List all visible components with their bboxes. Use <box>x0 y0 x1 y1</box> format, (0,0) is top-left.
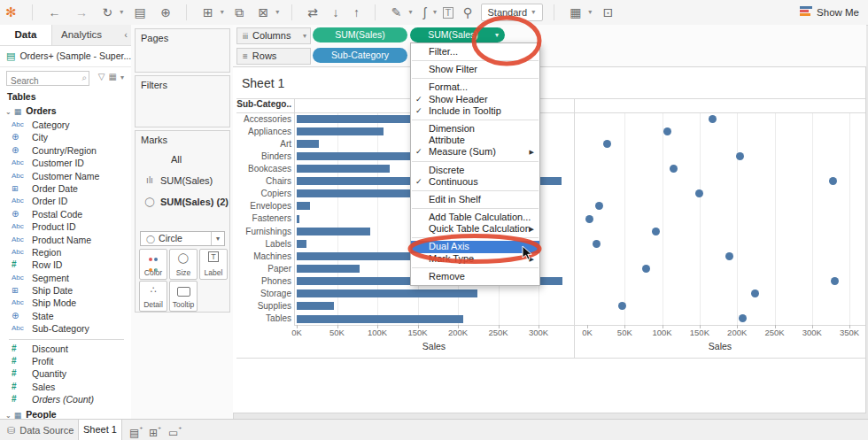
search-input[interactable] <box>7 74 76 87</box>
menu-item-continuous[interactable]: ✓Continuous <box>411 176 539 188</box>
pill-sum-sales-2[interactable]: SUM(Sales)▾ <box>410 27 505 42</box>
highlight-icon[interactable]: ✎ <box>386 0 407 25</box>
pages-shelf[interactable]: Pages <box>135 28 230 73</box>
expand-table-icon[interactable]: ⌄ <box>0 412 14 419</box>
menu-item-include-in-tooltip[interactable]: ✓Include in Tooltip <box>411 105 539 117</box>
dot-phones[interactable] <box>831 277 839 285</box>
row-label-machines[interactable]: Machines <box>236 251 291 261</box>
row-label-furnishings[interactable]: Furnishings <box>236 227 291 236</box>
detail-button[interactable]: ∴ Detail <box>139 281 167 312</box>
menu-item-edit-in-shelf[interactable]: Edit in Shelf <box>411 194 539 205</box>
menu-item-show-header[interactable]: ✓Show Header <box>411 94 539 105</box>
row-label-fasteners[interactable]: Fasteners <box>236 213 291 223</box>
field-state[interactable]: ⊕State <box>0 310 131 322</box>
view-caret-icon[interactable]: ▾ <box>119 73 126 81</box>
new-worksheet-tab-icon[interactable]: ▤⁺ <box>129 420 143 440</box>
field-row-id[interactable]: #Row ID <box>0 259 131 271</box>
tab-analytics[interactable]: Analytics <box>51 25 112 45</box>
row-label-accessories[interactable]: Accessories <box>236 114 291 124</box>
mark-type-caret-icon[interactable]: ▾ <box>211 232 224 245</box>
color-button[interactable]: Color <box>139 249 167 280</box>
menu-item-add-table-calculation[interactable]: Add Table Calculation... <box>411 212 539 223</box>
show-mark-labels-icon[interactable]: T <box>443 7 454 19</box>
row-label-paper[interactable]: Paper <box>236 264 291 274</box>
menu-item-measure-sum[interactable]: ✓Measure (Sum)▶ <box>411 146 539 158</box>
menu-item-discrete[interactable]: Discrete <box>411 165 539 176</box>
bar-labels[interactable] <box>297 240 306 248</box>
tableau-logo-icon[interactable]: ✻ <box>0 0 22 25</box>
field-order-id[interactable]: AbcOrder ID <box>0 195 131 207</box>
clear-sheet-icon[interactable]: ⊠ <box>253 0 275 25</box>
menu-item-quick-table-calculation[interactable]: Quick Table Calculation▶ <box>411 223 539 235</box>
menu-item-show-filter[interactable]: Show Filter <box>411 64 539 75</box>
add-data-icon[interactable]: ⊕ <box>155 0 176 25</box>
axis-title-sales[interactable]: Sales <box>407 341 461 351</box>
new-worksheet-icon[interactable]: ⊞ <box>198 0 219 25</box>
presentation-mode-icon[interactable]: ⊡ <box>598 0 619 25</box>
axis-title-sales[interactable]: Sales <box>694 341 747 351</box>
pill-sum-sales[interactable]: SUM(Sales) <box>313 27 407 42</box>
bar-storage[interactable] <box>297 289 477 297</box>
menu-item-remove[interactable]: Remove <box>411 271 539 282</box>
mark-type-dropdown[interactable]: ◯Circle ▾ <box>140 231 225 246</box>
row-label-envelopes[interactable]: Envelopes <box>236 201 291 211</box>
field-country-region[interactable]: ⊕Country/Region <box>0 144 131 157</box>
dot-paper[interactable] <box>642 265 650 273</box>
fix-axes-icon[interactable]: ⚲ <box>458 0 477 25</box>
bar-furnishings[interactable] <box>297 228 370 235</box>
collapse-table-icon[interactable]: ⌄ <box>0 108 14 116</box>
row-label-storage[interactable]: Storage <box>236 289 291 298</box>
row-label-supplies[interactable]: Supplies <box>236 301 291 311</box>
field-order-date[interactable]: ⊞Order Date <box>0 182 131 195</box>
dot-binders[interactable] <box>736 152 744 160</box>
bar-supplies[interactable] <box>297 302 334 310</box>
row-label-binders[interactable]: Binders <box>236 151 291 161</box>
field-product-name[interactable]: AbcProduct Name <box>0 234 131 246</box>
field-postal-code[interactable]: ⊕Postal Code <box>0 208 131 220</box>
dot-furnishings[interactable] <box>652 228 660 235</box>
datasource-item[interactable]: ▤Orders+ (Sample - Super... <box>0 45 131 67</box>
clear-sheet-caret-icon[interactable]: ▾ <box>274 0 281 25</box>
sheet1-tab[interactable]: Sheet 1 <box>78 420 122 440</box>
save-icon[interactable]: ▤ <box>129 0 151 25</box>
menu-item-dual-axis[interactable]: Dual Axis <box>411 241 539 252</box>
field-ship-mode[interactable]: AbcShip Mode <box>0 297 131 309</box>
bar-tables[interactable] <box>297 315 463 323</box>
label-button[interactable]: T Label <box>199 249 228 280</box>
duplicate-icon[interactable]: ⧉ <box>229 0 249 25</box>
dot-labels[interactable] <box>593 240 601 248</box>
field-orders-count[interactable]: #Orders (Count) <box>0 393 131 405</box>
collapse-pane-icon[interactable]: ‹ <box>124 25 128 45</box>
new-story-tab-icon[interactable]: ▭⁺ <box>168 420 182 440</box>
bar-art[interactable] <box>297 140 319 148</box>
table-orders[interactable]: ⌄▦Orders <box>0 104 131 118</box>
new-worksheet-caret-icon[interactable]: ▾ <box>219 0 226 25</box>
table-people[interactable]: ⌄▦People <box>0 408 131 419</box>
field-quantity[interactable]: #Quantity <box>0 367 131 380</box>
field-city[interactable]: ⊕City <box>0 131 131 143</box>
view-as-icon[interactable]: ▦ <box>107 72 119 81</box>
group-members-icon[interactable]: ʃ <box>418 0 431 25</box>
pill-caret-icon[interactable]: ▾ <box>495 27 499 42</box>
fit-dropdown[interactable]: Standard ▾ <box>481 4 543 21</box>
group-caret-icon[interactable]: ▾ <box>431 0 438 25</box>
row-label-tables[interactable]: Tables <box>236 313 291 323</box>
row-label-appliances[interactable]: Appliances <box>236 127 291 136</box>
dot-fasteners[interactable] <box>585 215 593 223</box>
row-label-chairs[interactable]: Chairs <box>236 176 291 186</box>
row-label-art[interactable]: Art <box>236 139 291 149</box>
marks-item-all[interactable]: All <box>136 149 229 170</box>
menu-item-filter[interactable]: Filter... <box>411 46 539 58</box>
field-category[interactable]: AbcCategory <box>0 119 131 131</box>
bar-copiers[interactable] <box>297 189 417 197</box>
size-button[interactable]: ◯ Size <box>169 249 198 280</box>
menu-item-format[interactable]: Format... <box>411 81 539 93</box>
filter-fields-icon[interactable]: ▽ <box>97 72 107 81</box>
row-label-phones[interactable]: Phones <box>236 276 291 286</box>
columns-caret-icon[interactable]: ▾ <box>303 28 306 43</box>
marks-item-sum-sales-2[interactable]: ◯SUM(Sales) (2) <box>136 191 229 212</box>
bar-appliances[interactable] <box>297 127 384 135</box>
pill-sub-category[interactable]: Sub-Category <box>313 48 407 63</box>
tab-data[interactable]: Data <box>0 25 52 45</box>
dot-accessories[interactable] <box>709 115 717 123</box>
